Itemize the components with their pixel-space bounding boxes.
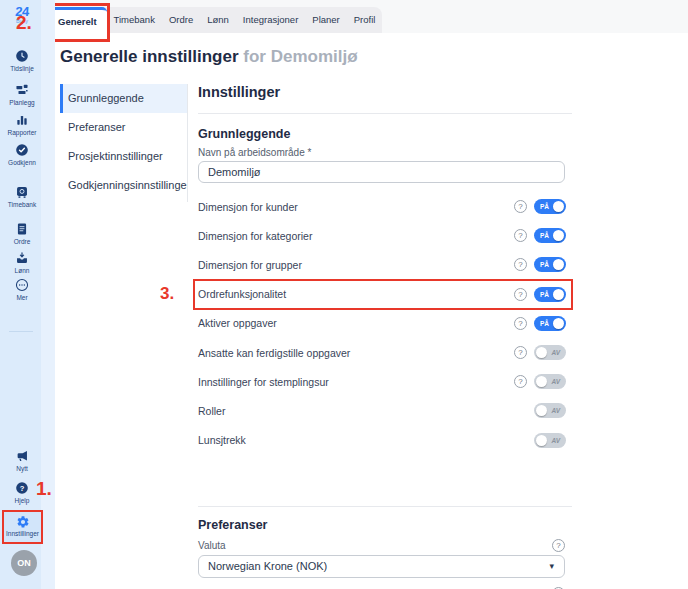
toggle-state-label: AV <box>551 345 560 360</box>
help-icon[interactable]: ? <box>514 229 527 242</box>
currency-select[interactable]: Norwegian Krone (NOK) ▾ <box>198 555 565 578</box>
sidebar-item-label: Ordre <box>0 238 44 245</box>
divider <box>198 506 572 507</box>
sidebar-item-rapporter[interactable]: Rapporter <box>0 113 44 136</box>
help-icon[interactable]: ? <box>514 346 527 359</box>
sidebar-item-planlegg[interactable]: Planlegg <box>0 83 44 106</box>
help-icon[interactable]: ? <box>514 317 527 330</box>
annotation-step-2: 2. <box>16 12 32 34</box>
toggle-stemplingsur[interactable]: AV <box>534 374 566 389</box>
setting-row-roller: Roller AV <box>198 396 572 425</box>
workspace-name-label: Navn på arbeidsområde * <box>198 147 572 158</box>
workspace-name-input[interactable] <box>198 161 565 183</box>
svg-text:?: ? <box>20 484 25 493</box>
settings-heading: Innstillinger <box>198 84 572 100</box>
sidebar-item-nytt[interactable]: Nytt <box>0 449 44 472</box>
row-label: Innstillinger for stemplingsur <box>198 376 329 388</box>
sidebar-item-timebank[interactable]: Timebank <box>0 185 44 208</box>
sidebar-item-label: Planlegg <box>0 99 44 106</box>
safe-icon <box>0 185 44 199</box>
toggle-rows: Dimensjon for kunder ? PÅ Dimensjon for … <box>198 192 572 455</box>
help-icon[interactable]: ? <box>514 375 527 388</box>
chevron-down-icon: ▾ <box>549 556 554 577</box>
toggle-knob <box>536 347 547 358</box>
sidebar-item-godkjenn[interactable]: Godkjenn <box>0 143 44 166</box>
currency-value: Norwegian Krone (NOK) <box>208 560 327 572</box>
toggle-state-label: AV <box>551 403 560 418</box>
subnav-item-godkjenningsinnstillinger[interactable]: Godkjenningsinnstillinger <box>60 171 187 200</box>
toggle-ansatte-ferdigstille[interactable]: AV <box>534 345 566 360</box>
toggle-knob <box>553 201 564 212</box>
toggle-knob <box>553 318 564 329</box>
tab-planer[interactable]: Planer <box>305 7 346 33</box>
sidebar-item-innstillinger[interactable]: Innstillinger <box>2 510 43 544</box>
help-icon[interactable]: ? <box>514 200 527 213</box>
sidebar-item-mer[interactable]: Mer <box>0 278 44 301</box>
tab-generelt[interactable]: Generelt <box>48 7 107 36</box>
tab-lonn[interactable]: Lønn <box>200 7 236 33</box>
divider <box>198 113 572 114</box>
toggle-dimensjon-kunder[interactable]: PÅ <box>534 199 566 214</box>
setting-row-ansatte-ferdigstille: Ansatte kan ferdigstille oppgaver ? AV <box>198 338 572 367</box>
toggle-knob <box>553 230 564 241</box>
toggle-dimensjon-grupper[interactable]: PÅ <box>534 257 566 272</box>
toggle-dimensjon-kategorier[interactable]: PÅ <box>534 228 566 243</box>
sidebar-item-label: Godkjenn <box>0 159 44 166</box>
toggle-state-label: PÅ <box>540 287 549 302</box>
plan-board-icon <box>0 83 44 97</box>
toggle-state-label: PÅ <box>540 199 549 214</box>
sidebar-item-label: Timebank <box>0 201 44 208</box>
tab-label: Generelt <box>58 16 97 27</box>
toggle-knob <box>536 405 547 416</box>
sidebar-divider <box>9 331 33 332</box>
sidebar-item-label: Mer <box>0 294 44 301</box>
tab-ordre[interactable]: Ordre <box>162 7 200 33</box>
row-label: Roller <box>198 405 225 417</box>
toggle-knob <box>553 289 564 300</box>
setting-row-ordrefunksjonalitet: 3. Ordrefunksjonalitet ? PÅ <box>198 280 572 309</box>
toggle-ordrefunksjonalitet[interactable]: PÅ <box>534 287 566 302</box>
sidebar-item-label: Rapporter <box>0 129 44 136</box>
page-title-sub: for Demomiljø <box>243 47 357 66</box>
toggle-lunsjtrekk[interactable]: AV <box>534 433 566 448</box>
toggle-state-label: PÅ <box>540 257 549 272</box>
row-label: Dimensjon for kategorier <box>198 230 312 242</box>
toggle-knob <box>553 259 564 270</box>
section-preferanser-heading: Preferanser <box>198 518 572 532</box>
annotation-step-3: 3. <box>160 284 174 304</box>
sidebar-item-ordre[interactable]: Ordre <box>0 222 44 245</box>
sidebar-item-lonn[interactable]: Lønn <box>0 251 44 274</box>
setting-row-dimensjon-kategorier: Dimensjon for kategorier ? PÅ <box>198 221 572 250</box>
tab-profil[interactable]: Profil <box>347 7 383 33</box>
toggle-aktiver-oppgaver[interactable]: PÅ <box>534 316 566 331</box>
toggle-state-label: AV <box>551 374 560 389</box>
sidebar-item-tidslinje[interactable]: Tidslinje <box>0 49 44 72</box>
row-label: Lunsjtrekk <box>198 434 246 446</box>
subnav-item-grunnleggende[interactable]: Grunnleggende <box>60 84 187 113</box>
check-circle-icon <box>0 143 44 157</box>
page-title: Generelle innstillinger for Demomiljø <box>60 47 688 67</box>
tab-integrasjoner[interactable]: Integrasjoner <box>236 7 305 33</box>
subnav-item-prosjektinnstillinger[interactable]: Prosjektinnstillinger <box>60 142 187 171</box>
help-icon[interactable]: ? <box>514 258 527 271</box>
tab-strip: Generelt Timebank Ordre Lønn Integrasjon… <box>48 7 382 33</box>
ellipsis-circle-icon <box>0 278 44 292</box>
toggle-knob <box>536 435 547 446</box>
avatar[interactable]: ON <box>11 550 37 576</box>
sidebar-item-label: Innstillinger <box>4 530 41 537</box>
megaphone-icon <box>0 449 44 463</box>
help-icon[interactable]: ? <box>514 288 527 301</box>
toggle-state-label: PÅ <box>540 316 549 331</box>
clock-icon <box>0 49 44 63</box>
toggle-roller[interactable]: AV <box>534 403 566 418</box>
settings-subnav: Grunnleggende Preferanser Prosjektinnsti… <box>60 84 188 202</box>
setting-row-dimensjon-grupper: Dimensjon for grupper ? PÅ <box>198 250 572 279</box>
toggle-state-label: AV <box>551 433 560 448</box>
row-label: Dimensjon for grupper <box>198 259 302 271</box>
row-label: Dimensjon for kunder <box>198 201 298 213</box>
tab-timebank[interactable]: Timebank <box>107 7 162 33</box>
subnav-item-preferanser[interactable]: Preferanser <box>60 113 187 142</box>
row-label: Ansatte kan ferdigstille oppgaver <box>198 347 350 359</box>
toggle-state-label: PÅ <box>540 228 549 243</box>
help-icon[interactable]: ? <box>552 539 565 552</box>
